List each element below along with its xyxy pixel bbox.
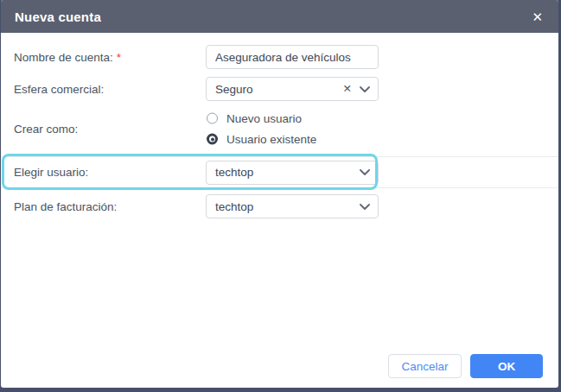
- chevron-down-icon[interactable]: [360, 169, 370, 175]
- chevron-down-icon[interactable]: [360, 86, 370, 92]
- create-as-label: Crear como:: [14, 123, 78, 136]
- radio-option-label: Usuario existente: [226, 133, 316, 146]
- chevron-down-icon[interactable]: [360, 204, 370, 210]
- choose-user-select[interactable]: techtop: [206, 161, 379, 185]
- billing-plan-select[interactable]: techtop: [206, 194, 379, 218]
- required-asterisk: *: [117, 51, 121, 64]
- choose-user-row: Elegir usuario: techtop: [1, 156, 558, 188]
- create-as-radio-group: Nuevo usuario Usuario existente: [207, 112, 316, 146]
- choose-user-label: Elegir usuario:: [14, 166, 88, 179]
- close-icon[interactable]: ✕: [530, 7, 545, 27]
- dialog-footer: Cancelar OK: [388, 354, 543, 378]
- cancel-button[interactable]: Cancelar: [388, 354, 462, 378]
- dialog-title: Nueva cuenta: [15, 9, 101, 24]
- business-sphere-label: Esfera comercial:: [14, 83, 104, 96]
- billing-plan-label: Plan de facturación:: [14, 200, 117, 213]
- billing-plan-row: Plan de facturación: techtop: [1, 194, 558, 218]
- account-name-input[interactable]: [206, 45, 379, 69]
- account-name-label: Nombre de cuenta:: [14, 51, 113, 64]
- radio-unselected-icon[interactable]: [207, 113, 218, 124]
- new-account-dialog: Nueva cuenta ✕ Nombre de cuenta: * Esfer…: [1, 0, 558, 388]
- create-as-row: Crear como: Nuevo usuario Usuario existe…: [1, 104, 558, 153]
- clear-icon[interactable]: ✕: [343, 84, 352, 95]
- choose-user-value: techtop: [215, 166, 360, 179]
- ok-button[interactable]: OK: [470, 354, 543, 378]
- business-sphere-row: Esfera comercial: Seguro ✕: [1, 77, 558, 101]
- radio-option-existing-user[interactable]: Usuario existente: [207, 133, 316, 146]
- radio-option-label: Nuevo usuario: [226, 112, 302, 125]
- account-name-row: Nombre de cuenta: *: [1, 45, 558, 69]
- page-backdrop: Nueva cuenta ✕ Nombre de cuenta: * Esfer…: [0, 0, 561, 392]
- billing-plan-value: techtop: [215, 200, 360, 213]
- business-sphere-value: Seguro: [215, 83, 343, 96]
- radio-option-new-user[interactable]: Nuevo usuario: [207, 112, 316, 125]
- dialog-header: Nueva cuenta ✕: [1, 0, 558, 33]
- radio-selected-icon[interactable]: [207, 134, 218, 145]
- dialog-body: Nombre de cuenta: * Esfera comercial: Se…: [1, 33, 558, 388]
- business-sphere-select[interactable]: Seguro ✕: [206, 77, 379, 101]
